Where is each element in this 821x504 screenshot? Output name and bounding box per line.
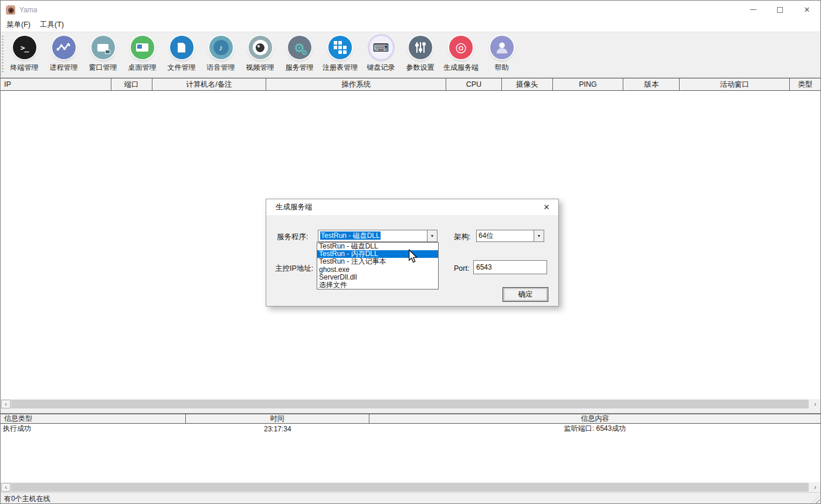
- column-header-os[interactable]: 操作系统: [266, 79, 446, 90]
- toolbar-item-desktop[interactable]: 桌面管理: [123, 32, 162, 73]
- column-header-cpu[interactable]: CPU: [446, 79, 502, 90]
- info-content-cell: 监听端口: 6543成功: [369, 424, 820, 434]
- info-type-cell: 执行成功: [1, 424, 186, 434]
- toolbar-item-generate-server[interactable]: ◎ 生成服务端: [440, 32, 482, 73]
- toolbar-label: 注册表管理: [323, 63, 358, 73]
- close-icon: ✕: [804, 5, 810, 14]
- settings-sliders-icon: [409, 36, 432, 59]
- close-icon: ✕: [544, 203, 550, 212]
- desktop-icon: [131, 36, 154, 59]
- file-icon: [170, 36, 194, 59]
- column-header-port[interactable]: 端口: [111, 79, 152, 90]
- column-header-camera[interactable]: 摄像头: [502, 79, 553, 90]
- keyboard-icon: ⌨: [369, 36, 393, 59]
- toolbar-label: 文件管理: [168, 63, 196, 73]
- scrollbar-thumb[interactable]: [11, 400, 809, 408]
- toolbar-item-terminal[interactable]: >_ 终端管理: [5, 32, 44, 73]
- dropdown-item[interactable]: ServerDll.dll: [317, 274, 438, 281]
- dropdown-item[interactable]: ghost.exe: [317, 266, 438, 274]
- scroll-left-icon[interactable]: ‹: [1, 483, 11, 492]
- column-header-time[interactable]: 时间: [186, 414, 370, 423]
- column-header-version[interactable]: 版本: [623, 79, 680, 90]
- chevron-down-icon[interactable]: ▼: [427, 230, 437, 241]
- toolbar-label: 服务管理: [286, 63, 314, 73]
- menu-item-tools[interactable]: 工具(T): [36, 19, 70, 32]
- toolbar-item-settings[interactable]: 参数设置: [401, 32, 440, 73]
- master-ip-label: 主控IP地址:: [275, 264, 313, 274]
- column-header-info-content[interactable]: 信息内容: [369, 414, 820, 423]
- toolbar-label: 窗口管理: [89, 63, 117, 73]
- toolbar-item-keylogger[interactable]: ⌨ 键盘记录: [361, 32, 401, 73]
- audio-icon: ♪: [209, 36, 233, 59]
- services-gear-icon: ⚙ ⚙: [288, 36, 311, 59]
- arch-label: 架构:: [454, 232, 470, 242]
- service-program-label: 服务程序:: [277, 232, 308, 242]
- port-input[interactable]: [473, 260, 547, 274]
- menu-item-main[interactable]: 菜单(F): [3, 19, 36, 32]
- combobox-selected-value: TestRun - 磁盘DLL: [320, 231, 381, 240]
- video-eye-icon: [249, 36, 272, 59]
- toolbar-item-help[interactable]: 帮助: [482, 32, 521, 73]
- toolbar-label: 键盘记录: [367, 63, 395, 73]
- toolbar-label: 视频管理: [246, 63, 274, 73]
- status-bar: 有0个主机在线: [1, 492, 820, 504]
- chevron-down-icon[interactable]: ▼: [534, 230, 544, 241]
- app-window: { "window": { "title": "Yama", "controls…: [0, 0, 821, 504]
- resize-grip[interactable]: [811, 495, 820, 504]
- mouse-cursor: [408, 249, 418, 265]
- toolbar-label: 进程管理: [50, 63, 78, 73]
- dialog-title: 生成服务端: [276, 202, 313, 212]
- scroll-left-icon[interactable]: ‹: [1, 400, 11, 408]
- host-list-header: IP 端口 计算机名/备注 操作系统 CPU 摄像头 PING 版本 活动窗口 …: [1, 78, 820, 91]
- toolbar-item-registry[interactable]: 注册表管理: [319, 32, 361, 73]
- port-label: Port:: [454, 264, 469, 273]
- pane-splitter[interactable]: [1, 409, 820, 414]
- toolbar-label: 语音管理: [207, 63, 235, 73]
- dropdown-item[interactable]: TestRun - 磁盘DLL: [317, 243, 438, 250]
- service-program-combobox[interactable]: TestRun - 磁盘DLL ▼: [318, 230, 437, 242]
- dialog-close-button[interactable]: ✕: [535, 199, 558, 215]
- toolbar-item-video[interactable]: 视频管理: [240, 32, 280, 73]
- info-list-body: 执行成功 23:17:34 监听端口: 6543成功: [1, 424, 820, 482]
- column-header-ip[interactable]: IP: [1, 79, 111, 90]
- status-text: 有0个主机在线: [4, 494, 50, 504]
- window-icon: [91, 36, 115, 59]
- combobox-selected-value: 64位: [479, 231, 493, 240]
- arch-combobox[interactable]: 64位 ▼: [476, 230, 544, 242]
- process-icon: [52, 36, 76, 59]
- maximize-icon: [777, 7, 783, 13]
- column-header-ping[interactable]: PING: [553, 79, 624, 90]
- scrollbar-thumb[interactable]: [11, 483, 809, 492]
- scroll-right-icon[interactable]: ›: [810, 483, 820, 492]
- toolbar-grip[interactable]: [2, 36, 4, 74]
- dropdown-item[interactable]: TestRun - 注入记事本: [317, 258, 438, 265]
- column-header-type[interactable]: 类型: [790, 79, 820, 90]
- info-list-hscrollbar[interactable]: ‹ ›: [1, 482, 820, 492]
- toolbar-item-file[interactable]: 文件管理: [162, 32, 201, 73]
- info-time-cell: 23:17:34: [186, 425, 370, 433]
- info-list-header: 信息类型 时间 信息内容: [1, 414, 820, 424]
- toolbar-item-window[interactable]: 窗口管理: [83, 32, 123, 73]
- column-header-active-window[interactable]: 活动窗口: [680, 79, 790, 90]
- host-list-hscrollbar[interactable]: ‹ ›: [1, 399, 820, 409]
- dialog-title-bar: 生成服务端 ✕: [266, 199, 558, 215]
- toolbar-label: 生成服务端: [443, 63, 479, 73]
- scroll-right-icon[interactable]: ›: [810, 400, 820, 408]
- column-header-info-type[interactable]: 信息类型: [1, 414, 186, 423]
- registry-icon: [328, 36, 352, 59]
- dropdown-item[interactable]: 选择文件: [317, 281, 438, 289]
- column-header-computer-name[interactable]: 计算机名/备注: [152, 79, 267, 90]
- ok-button[interactable]: 确定: [503, 287, 548, 302]
- toolbar-item-audio[interactable]: ♪ 语音管理: [201, 32, 240, 73]
- toolbar-item-process[interactable]: 进程管理: [44, 32, 83, 73]
- dropdown-item-highlighted[interactable]: TestRun - 内存DLL: [317, 250, 438, 258]
- window-title: Yama: [19, 6, 37, 14]
- minimize-icon: [750, 9, 756, 10]
- toolbar-item-services[interactable]: ⚙ ⚙ 服务管理: [280, 32, 319, 73]
- info-row[interactable]: 执行成功 23:17:34 监听端口: 6543成功: [1, 424, 820, 434]
- maximize-button[interactable]: [766, 1, 793, 19]
- minimize-button[interactable]: [739, 1, 766, 19]
- app-icon: [6, 5, 15, 15]
- toolbar-label: 桌面管理: [128, 63, 157, 73]
- close-button[interactable]: ✕: [793, 1, 820, 19]
